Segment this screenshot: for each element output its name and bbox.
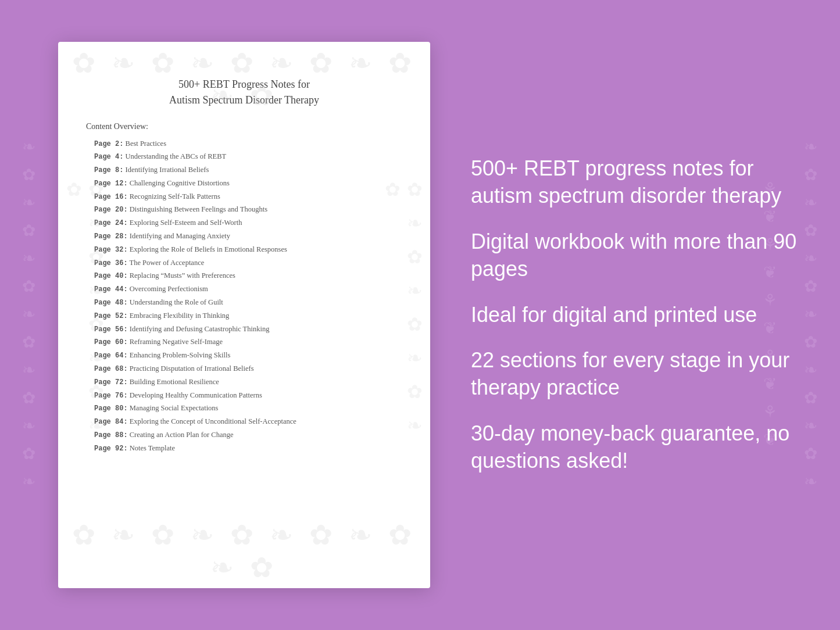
table-of-contents: Page 2: Best PracticesPage 4: Understand… [86,137,402,455]
toc-item: Page 2: Best Practices [86,137,402,151]
document-title: 500+ REBT Progress Notes for Autism Spec… [86,77,402,108]
toc-item: Page 84: Exploring the Concept of Uncond… [86,416,402,429]
toc-item: Page 80: Managing Social Expectations [86,402,402,416]
toc-item: Page 24: Exploring Self-Esteem and Self-… [86,217,402,230]
info-item: 500+ REBT progress notes for autism spec… [471,155,805,210]
toc-item: Page 64: Enhancing Problem-Solving Skill… [86,349,402,363]
toc-item: Page 36: The Power of Acceptance [86,256,402,270]
info-item: Digital workbook with more than 90 pages [471,228,805,283]
info-panel: 500+ REBT progress notes for autism spec… [430,120,840,509]
watermark-bottom: ✿ ❧ ✿ ❧ ✿ ❧ ✿ ❧ ✿ ❧ ✿ [58,518,430,584]
toc-item: Page 76: Developing Healthy Communicatio… [86,389,402,402]
toc-item: Page 20: Distinguishing Between Feelings… [86,203,402,217]
toc-item: Page 52: Embracing Flexibility in Thinki… [86,309,402,323]
toc-item: Page 40: Replacing “Musts” with Preferen… [86,270,402,283]
toc-item: Page 68: Practicing Disputation of Irrat… [86,363,402,376]
toc-item: Page 88: Creating an Action Plan for Cha… [86,429,402,442]
toc-item: Page 72: Building Emotional Resilience [86,375,402,389]
toc-item: Page 32: Exploring the Role of Beliefs i… [86,243,402,256]
toc-item: Page 8: Identifying Irrational Beliefs [86,164,402,177]
toc-item: Page 12: Challenging Cognitive Distortio… [86,177,402,190]
toc-item: Page 4: Understanding the ABCs of REBT [86,151,402,164]
toc-item: Page 92: Notes Template [86,442,402,455]
document-panel: ✿ ❧ ✿ ❧ ✿ ❧ ✿ ❧ ✿ ❧ ✿ ✿ ❧ ✿ ❧ ✿ ❧ ✿ ❧ ✿ … [58,42,430,588]
toc-item: Page 48: Understanding the Role of Guilt [86,296,402,310]
toc-item: Page 56: Identifying and Defusing Catast… [86,323,402,336]
toc-item: Page 16: Recognizing Self-Talk Patterns [86,190,402,203]
info-item: 22 sections for every stage in your ther… [471,347,805,402]
toc-item: Page 44: Overcoming Perfectionism [86,283,402,296]
toc-item: Page 28: Identifying and Managing Anxiet… [86,230,402,244]
main-layout: ✿ ❧ ✿ ❧ ✿ ❧ ✿ ❧ ✿ ❧ ✿ ✿ ❧ ✿ ❧ ✿ ❧ ✿ ❧ ✿ … [0,0,840,630]
section-heading: Content Overview: [86,122,402,131]
info-item: 30-day money-back guarantee, no question… [471,420,805,475]
info-item: Ideal for digital and printed use [471,302,805,329]
toc-item: Page 60: Reframing Negative Self-Image [86,336,402,349]
